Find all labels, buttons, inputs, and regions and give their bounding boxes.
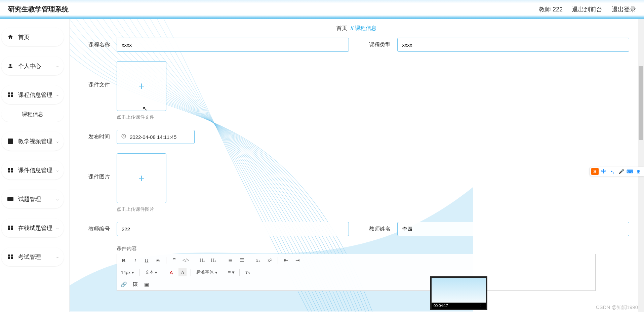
font-color-icon[interactable]: A [167, 268, 175, 276]
breadcrumb-home[interactable]: 首页 [336, 25, 347, 32]
teacher-name-label: 教师姓名 [362, 226, 391, 233]
h1-icon[interactable]: H₁ [198, 256, 206, 264]
sidebar-item-question[interactable]: 试题管理 ⌄ [1, 190, 64, 208]
user-icon [7, 63, 13, 69]
logout-link[interactable]: 退出登录 [612, 5, 636, 13]
breadcrumb: 首页 // 课程信息 [70, 19, 641, 38]
link-icon[interactable]: 🔗 [120, 280, 128, 288]
grid-icon [7, 254, 13, 260]
sidebar-item-online-question[interactable]: 在线试题管理 ⌄ [1, 219, 64, 237]
subscript-icon[interactable]: x₂ [254, 256, 262, 264]
sidebar-item-label: 个人中心 [18, 62, 41, 70]
sidebar-item-label: 试题管理 [18, 195, 41, 203]
sidebar-item-exam[interactable]: 考试管理 ⌄ [1, 247, 64, 266]
ime-voice-icon[interactable]: 🎤 [617, 168, 625, 175]
superscript-icon[interactable]: x² [266, 256, 274, 264]
dots-icon [7, 196, 13, 202]
rich-text-editor[interactable]: B I U S ❞ </> H₁ H₂ ≣ ☰ x₂ x² ⇤ ⇥ [117, 254, 596, 291]
fullscreen-icon[interactable]: ⛶ [480, 304, 484, 308]
align-icon[interactable]: ≡ ▾ [227, 268, 235, 276]
svg-rect-8 [8, 170, 10, 172]
upload-courseware-image[interactable]: + [117, 153, 166, 203]
svg-rect-13 [8, 228, 10, 230]
teacher-name-input[interactable] [397, 222, 630, 236]
ime-menu-icon[interactable]: ⊞ [635, 168, 642, 175]
ime-punct-icon[interactable]: •, [609, 168, 616, 175]
svg-rect-5 [8, 139, 13, 144]
unordered-list-icon[interactable]: ☰ [238, 256, 246, 264]
sidebar-subitem-course-info[interactable]: 课程信息 [1, 107, 64, 122]
sidebar-item-home[interactable]: 首页 [1, 28, 64, 46]
chart-icon [7, 138, 13, 144]
svg-rect-15 [8, 255, 10, 257]
breadcrumb-sep: // [351, 25, 354, 31]
clear-format-icon[interactable]: Tₓ [244, 268, 252, 276]
indent-left-icon[interactable]: ⇤ [282, 256, 290, 264]
header-right: 教师 222 退出到前台 退出登录 [539, 5, 636, 13]
sidebar-item-label: 课程信息管理 [18, 91, 52, 99]
ime-keyboard-icon[interactable]: ⌨ [626, 168, 634, 175]
font-family-select[interactable]: 标准字体 ▾ [195, 268, 219, 276]
publish-time-value: 2022-04-08 14:11:45 [130, 134, 176, 140]
exit-to-front-link[interactable]: 退出到前台 [572, 5, 602, 13]
svg-rect-2 [11, 92, 13, 94]
sidebar-item-video[interactable]: 教学视频管理 ⌄ [1, 132, 64, 151]
svg-rect-9 [11, 170, 13, 172]
chevron-down-icon: ⌄ [56, 64, 59, 68]
courseware-img-label: 课件图片 [82, 153, 110, 181]
sidebar-item-label: 在线试题管理 [18, 224, 52, 232]
upload-file-hint: 点击上传课件文件 [117, 114, 166, 120]
editor-toolbar: B I U S ❞ </> H₁ H₂ ≣ ☰ x₂ x² ⇤ ⇥ [117, 254, 595, 290]
sidebar-item-label: 教学视频管理 [18, 138, 52, 145]
sidebar-item-label: 课件信息管理 [18, 166, 52, 174]
bg-color-icon[interactable]: A [178, 268, 187, 276]
sidebar-subitem-label: 课程信息 [22, 111, 43, 118]
chevron-down-icon: ⌄ [56, 168, 59, 172]
indent-right-icon[interactable]: ⇥ [293, 256, 301, 264]
chevron-down-icon: ⌄ [56, 226, 59, 230]
publish-time-picker[interactable]: 2022-04-08 14:11:45 [117, 130, 195, 144]
teacher-no-label: 教师编号 [82, 226, 110, 233]
h2-icon[interactable]: H₂ [210, 256, 218, 264]
sidebar-item-label: 首页 [18, 33, 30, 41]
svg-rect-4 [11, 95, 13, 97]
underline-icon[interactable]: U [143, 256, 151, 264]
svg-rect-12 [11, 226, 13, 228]
image-icon[interactable]: 🖼 [131, 280, 139, 288]
svg-rect-6 [8, 168, 10, 170]
chevron-down-icon: ⌄ [56, 255, 59, 259]
svg-rect-17 [8, 257, 10, 259]
ime-lang[interactable]: 中 [600, 168, 607, 175]
ordered-list-icon[interactable]: ≣ [226, 256, 234, 264]
sogou-logo-icon: S [591, 168, 599, 175]
ime-toolbar[interactable]: S 中 •, 🎤 ⌨ ⊞ [590, 167, 644, 176]
clock-icon [121, 133, 126, 140]
breadcrumb-current: 课程信息 [355, 25, 376, 32]
video-icon[interactable]: ▣ [143, 280, 151, 288]
main-panel: 首页 // 课程信息 课程名称 课程类型 课件文件 + 点 [69, 19, 641, 312]
teacher-no-input[interactable] [117, 222, 349, 236]
course-type-input[interactable] [397, 38, 630, 52]
app-title: 研究生教学管理系统 [8, 5, 69, 14]
courseware-file-label: 课件文件 [82, 61, 110, 88]
svg-rect-16 [11, 255, 13, 257]
upload-courseware-file[interactable]: + [117, 61, 166, 111]
plus-icon: + [138, 172, 145, 185]
italic-icon[interactable]: I [131, 256, 139, 264]
video-thumbnail[interactable]: 00:04:17 ⛶ [430, 276, 487, 310]
course-name-input[interactable] [117, 38, 349, 52]
sidebar-item-course-info[interactable]: 课程信息管理 ⌄ [1, 85, 64, 104]
text-style-select[interactable]: 文本 ▾ [144, 268, 159, 276]
strike-icon[interactable]: S [154, 256, 162, 264]
quote-icon[interactable]: ❞ [170, 256, 178, 264]
font-size-select[interactable]: 14px ▾ [120, 268, 135, 276]
sidebar-item-courseware[interactable]: 课件信息管理 ⌄ [1, 161, 64, 180]
chevron-down-icon: ⌄ [56, 92, 59, 97]
header-user[interactable]: 教师 222 [539, 5, 563, 13]
svg-rect-18 [11, 257, 13, 259]
grid-icon [7, 167, 13, 173]
code-icon[interactable]: </> [182, 256, 190, 264]
sidebar-item-profile[interactable]: 个人中心 ⌄ [1, 56, 64, 75]
svg-rect-10 [7, 197, 13, 201]
bold-icon[interactable]: B [120, 256, 128, 264]
